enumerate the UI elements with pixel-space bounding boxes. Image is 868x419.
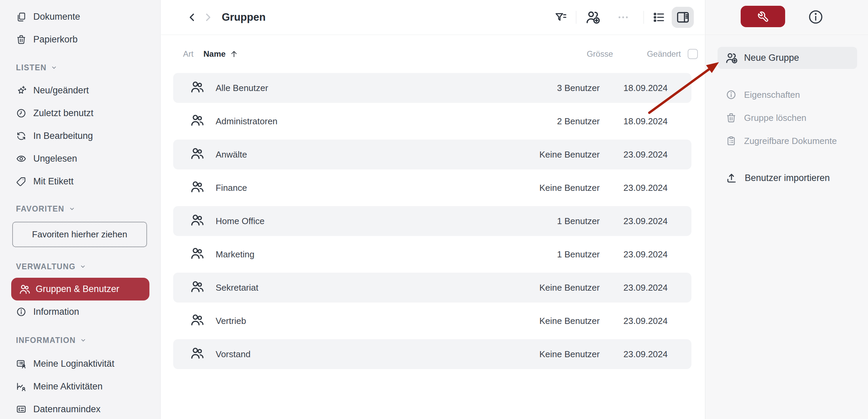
table-row[interactable]: Alle Benutzer 3 Benutzer 18.09.2024 [173,73,691,103]
column-geaendert[interactable]: Geändert [613,49,681,59]
section-title: LISTEN [16,63,47,72]
main-header: Gruppen [161,0,705,35]
group-icon [189,279,205,294]
group-icon [189,146,205,161]
section-title: VERWALTUNG [16,262,75,271]
right-panel: Neue Gruppe Eigenschaften Gruppe löschen… [705,0,868,419]
sidebar-item-label: Papierkorb [33,34,78,45]
group-size: Keine Benutzer [511,283,600,293]
menu-item-label: Eigenschaften [744,90,800,100]
filter-button[interactable] [554,11,567,24]
sidebar-item-in-bearbeitung[interactable]: In Bearbeitung [0,125,160,147]
sidebar-section-listen[interactable]: LISTEN [0,62,160,73]
list-view-button[interactable] [652,11,666,24]
trash-icon [16,34,26,45]
column-art[interactable]: Art [175,49,203,59]
accessible-documents-button[interactable]: Zugreifbare Dokumente [705,129,868,152]
documents-icon [16,12,26,22]
sidebar-item-datenraumindex[interactable]: Datenraumindex [0,398,160,419]
group-icon [189,213,205,227]
sidebar-item-dokumente[interactable]: Dokumente [0,5,160,28]
sidebar-item-loginaktivitaet[interactable]: Meine Loginaktivität [0,352,160,375]
chevron-down-icon [51,64,57,71]
table-row[interactable]: Administratoren 2 Benutzer 18.09.2024 [173,106,691,136]
section-title: FAVORITEN [16,204,65,214]
activity-chart-icon [16,381,26,392]
section-title: INFORMATION [16,336,76,345]
group-size: 1 Benutzer [511,216,600,226]
delete-group-button[interactable]: Gruppe löschen [705,106,868,129]
table-row[interactable]: Finance Keine Benutzer 23.09.2024 [173,173,691,203]
eye-icon [16,153,26,164]
more-options-button[interactable] [616,11,630,24]
favorites-dropzone[interactable]: Favoriten hierher ziehen [12,222,147,247]
group-date: 23.09.2024 [600,149,668,160]
back-icon[interactable] [186,12,198,23]
table-row[interactable]: Home Office 1 Benutzer 23.09.2024 [173,206,691,236]
group-name: Anwälte [216,149,511,160]
sidebar-item-papierkorb[interactable]: Papierkorb [0,28,160,51]
panel-view-icon [675,10,690,25]
forward-icon[interactable] [202,12,214,23]
index-card-icon [16,404,26,415]
sidebar-item-label: In Bearbeitung [33,131,93,141]
star-plus-icon [16,85,26,96]
table-header: Art Name Grösse Geändert [161,35,705,73]
column-groesse[interactable]: Grösse [525,49,613,59]
chevron-down-icon [69,205,75,212]
group-date: 23.09.2024 [600,316,668,326]
sidebar-item-gruppen-benutzer[interactable]: Gruppen & Benutzer [11,278,149,300]
detail-panel-toggle-button[interactable] [672,7,694,28]
sidebar-item-zuletzt-benutzt[interactable]: Zuletzt benutzt [0,102,160,125]
import-users-button[interactable]: Benutzer importieren [705,166,868,190]
add-group-button[interactable] [585,9,601,25]
admin-tools-button[interactable] [741,6,785,27]
app: Dokumente Papierkorb LISTEN Neu/geändert… [0,0,868,419]
group-list: Alle Benutzer 3 Benutzer 18.09.2024 Admi… [173,73,691,369]
table-row[interactable]: Anwälte Keine Benutzer 23.09.2024 [173,140,691,169]
table-row[interactable]: Vertrieb Keine Benutzer 23.09.2024 [173,306,691,336]
group-name: Finance [216,183,511,193]
group-name: Sekretariat [216,283,511,293]
sidebar-section-information[interactable]: INFORMATION [0,335,160,345]
group-name: Vertrieb [216,316,511,326]
sidebar-section-favoriten[interactable]: FAVORITEN [0,204,160,214]
menu-item-label: Gruppe löschen [744,113,807,123]
group-size: Keine Benutzer [511,316,600,326]
sort-ascending-icon [230,49,238,59]
group-icon [189,346,205,361]
sidebar-item-information[interactable]: Information [0,300,160,323]
group-icon [189,312,205,327]
toolbar-divider [644,11,644,24]
properties-button[interactable]: Eigenschaften [705,83,868,106]
table-row[interactable]: Sekretariat Keine Benutzer 23.09.2024 [173,273,691,303]
group-name: Vorstand [216,349,511,360]
sidebar-item-aktivitaeten[interactable]: Meine Aktivitäten [0,375,160,398]
toolbar [554,7,694,28]
group-name: Marketing [216,249,511,260]
page-title: Gruppen [222,11,266,23]
sidebar-item-label: Ungelesen [33,153,77,164]
panel-info-button[interactable] [807,8,824,25]
clock-icon [16,108,26,119]
sidebar-item-label: Zuletzt benutzt [33,108,93,119]
group-size: Keine Benutzer [511,349,600,360]
select-all-checkbox[interactable] [688,49,698,59]
column-name[interactable]: Name [203,49,525,59]
sidebar-item-label: Datenraumindex [33,404,101,415]
sidebar-item-label: Dokumente [33,12,80,22]
sidebar-item-mit-etikett[interactable]: Mit Etikett [0,170,160,193]
sidebar-item-neu-geaendert[interactable]: Neu/geändert [0,79,160,102]
group-icon [189,113,205,128]
table-row[interactable]: Vorstand Keine Benutzer 23.09.2024 [173,339,691,369]
panel-menu: Eigenschaften Gruppe löschen Zugreifbare… [705,83,868,152]
dropzone-label: Favoriten hierher ziehen [32,229,127,240]
filter-icon [554,11,567,24]
table-row[interactable]: Marketing 1 Benutzer 23.09.2024 [173,239,691,269]
group-size: 1 Benutzer [511,249,600,260]
sidebar-section-verwaltung[interactable]: VERWALTUNG [0,261,160,272]
column-name-label: Name [203,49,225,59]
sidebar-item-label: Meine Loginaktivität [33,359,114,369]
sidebar-item-ungelesen[interactable]: Ungelesen [0,147,160,170]
new-group-button[interactable]: Neue Gruppe [718,47,857,69]
